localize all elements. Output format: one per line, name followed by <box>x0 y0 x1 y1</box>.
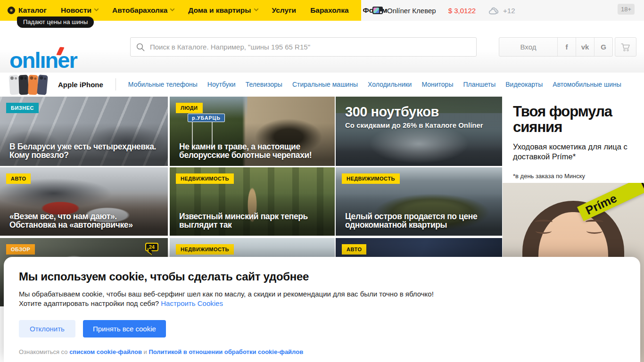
catalog-category-nav: Apple iPhone Мобильные телефоны Ноутбуки… <box>0 73 644 96</box>
topnav-item-baraholka[interactable]: Барахолка <box>310 6 348 15</box>
news-category-badge[interactable]: ЛЮДИ <box>176 103 203 113</box>
catnav-link-fridges[interactable]: Холодильники <box>368 81 412 88</box>
prime-tape-top: Príme Príme <box>577 183 644 221</box>
ad-title: Твоя формула сияния <box>503 97 635 135</box>
search-bar <box>130 37 477 57</box>
news-card-realty-park[interactable]: НЕДВИЖИМОСТЬ Известный минский парк тепе… <box>170 167 335 236</box>
catnav-link-monitors[interactable]: Мониторы <box>421 81 453 88</box>
top-nav-menu: Каталог Новости Автобарахолка Дома и ква… <box>8 6 387 15</box>
cookie-policy-link[interactable]: Политикой в отношении обработки cookie-ф… <box>149 348 303 355</box>
topnav-item-autobaraholka[interactable]: Автобарахолка <box>112 6 174 15</box>
topnav-label: Новости <box>61 6 91 15</box>
topnav-label: Услуги <box>272 6 297 15</box>
topnav-label: Автобарахолка <box>112 6 167 15</box>
topnav-item-catalog[interactable]: Каталог <box>8 6 47 15</box>
news-category-badge[interactable]: ОБЗОР <box>6 244 35 255</box>
promo-subheadline: Со скидками до 26% в Каталоге Onlíner <box>345 121 483 129</box>
weather-temp: +12 <box>503 7 515 15</box>
catnav-link-washers[interactable]: Стиральные машины <box>292 81 358 88</box>
topnav-item-realty[interactable]: Дома и квартиры <box>188 6 257 15</box>
cart-icon <box>620 42 631 52</box>
cookie-buttons: Отклонить Принять все cookie <box>19 320 625 337</box>
promo-label: Apple iPhone <box>58 81 103 89</box>
cookie-title: Мы используем cookie, чтобы сделать сайт… <box>19 270 625 283</box>
cookie-decline-button[interactable]: Отклонить <box>19 320 75 337</box>
age-18-badge: 18+ <box>618 4 635 15</box>
topbar-right-widgets: Onlíner Клевер $ 3,0122 +12 <box>361 0 644 21</box>
chevron-down-icon <box>170 7 175 11</box>
category-links: Мобильные телефоны Ноутбуки Телевизоры С… <box>128 81 621 88</box>
cart-button[interactable] <box>615 37 636 57</box>
catalog-tire-icon <box>8 7 15 14</box>
onliner-homepage: Каталог Новости Автобарахолка Дома и ква… <box>0 0 644 362</box>
site-header: onlıner Вход f vk G <box>0 21 644 73</box>
news-headline: Известный минский парк теперь выглядит т… <box>179 213 326 229</box>
news-category-badge[interactable]: БИЗНЕС <box>6 103 39 113</box>
facebook-login-button[interactable]: f <box>557 38 576 56</box>
klever-label: Onlíner Клевер <box>387 7 436 15</box>
cookie-description: Мы обрабатываем cookie, чтобы ваш веб-се… <box>19 289 625 308</box>
vk-login-button[interactable]: vk <box>576 38 594 56</box>
catnav-link-tires[interactable]: Автомобильные шины <box>553 81 621 88</box>
promo-headline: 300 ноутбуков <box>345 104 439 120</box>
logo-text-i: ı <box>40 48 45 73</box>
search-icon <box>136 43 145 51</box>
news-category-badge[interactable]: НЕДВИЖИМОСТЬ <box>176 173 234 184</box>
search-input[interactable] <box>150 43 471 51</box>
chevron-down-icon <box>94 7 99 11</box>
news-headline: «Везем все, что нам дают». Обстановка на… <box>9 213 159 229</box>
vertical-divider <box>116 78 116 90</box>
cookie-footer: Ознакомиться со списком cookie-файлов и … <box>19 348 625 355</box>
catnav-link-phones[interactable]: Мобильные телефоны <box>128 81 198 88</box>
ad-footnote: *в день заказа по Минску <box>503 162 644 180</box>
news-card-people[interactable]: ЛЮДИ р.УБАРЦЬ Не камни в траве, а настоя… <box>170 97 335 166</box>
weather-widget[interactable]: +12 <box>488 6 515 15</box>
news-card-business[interactable]: БИЗНЕС В Беларуси уже есть четырехдневка… <box>0 97 168 166</box>
news-headline: В Беларуси уже есть четырехдневка. Кому … <box>9 143 159 159</box>
news-category-badge[interactable]: НЕДВИЖИМОСТЬ <box>342 173 400 184</box>
google-login-button[interactable]: G <box>594 38 612 56</box>
comments-count-badge[interactable]: 24 <box>145 243 158 251</box>
promo-card-laptops[interactable]: 300 ноутбуков Со скидками до 26% в Катал… <box>336 97 502 166</box>
topnav-item-services[interactable]: Услуги <box>272 6 297 15</box>
news-category-badge[interactable]: НЕДВИЖИМОСТЬ <box>176 244 234 255</box>
cloud-icon <box>488 6 500 15</box>
cookie-list-link[interactable]: списком cookie-файлов <box>69 348 142 355</box>
catnav-link-gpus[interactable]: Видеокарты <box>505 81 543 88</box>
logo-text-left: onl <box>9 48 40 73</box>
news-headline: Целый остров продается по цене однокомна… <box>345 213 494 229</box>
cookie-accept-button[interactable]: Принять все cookie <box>83 320 166 337</box>
topnav-label: Дома и квартиры <box>188 6 251 15</box>
road-sign-image-text: р.УБАРЦЬ <box>188 114 225 122</box>
login-group: Вход f vk G <box>499 37 613 57</box>
iphone-promo-image <box>8 73 52 96</box>
tires-promo-tooltip[interactable]: Падают цены на шины <box>17 16 94 28</box>
promo-apple-iphone[interactable]: Apple iPhone <box>8 73 103 96</box>
cookie-settings-link[interactable]: Настроить Cookies <box>161 299 223 307</box>
klever-card-icon <box>372 7 383 14</box>
catnav-link-laptops[interactable]: Ноутбуки <box>207 81 236 88</box>
topnav-label: Барахолка <box>310 6 348 15</box>
login-button[interactable]: Вход <box>499 38 557 56</box>
top-navigation-bar: Каталог Новости Автобарахолка Дома и ква… <box>0 0 644 21</box>
chevron-down-icon <box>254 7 258 11</box>
ad-subtitle: Уходовая косметика для лица с доставкой … <box>503 135 635 162</box>
onliner-logo[interactable]: onlıner <box>9 49 77 71</box>
catnav-link-tvs[interactable]: Телевизоры <box>246 81 282 88</box>
news-headline: Не камни в траве, а настоящие белорусски… <box>179 143 326 159</box>
topnav-item-news[interactable]: Новости <box>61 6 98 15</box>
news-category-badge[interactable]: АВТО <box>6 173 31 184</box>
news-card-realty-island[interactable]: НЕДВИЖИМОСТЬ Целый остров продается по ц… <box>336 167 502 236</box>
klever-card-link[interactable]: Onlíner Клевер <box>372 7 436 15</box>
news-card-auto[interactable]: АВТО «Везем все, что нам дают». Обстанов… <box>0 167 168 236</box>
topnav-label: Каталог <box>18 6 47 15</box>
currency-rate-link[interactable]: $ 3,0122 <box>448 7 476 15</box>
catnav-link-tablets[interactable]: Планшеты <box>463 81 495 88</box>
news-category-badge[interactable]: АВТО <box>342 244 366 255</box>
cookie-banner: Мы используем cookie, чтобы сделать сайт… <box>4 257 640 362</box>
